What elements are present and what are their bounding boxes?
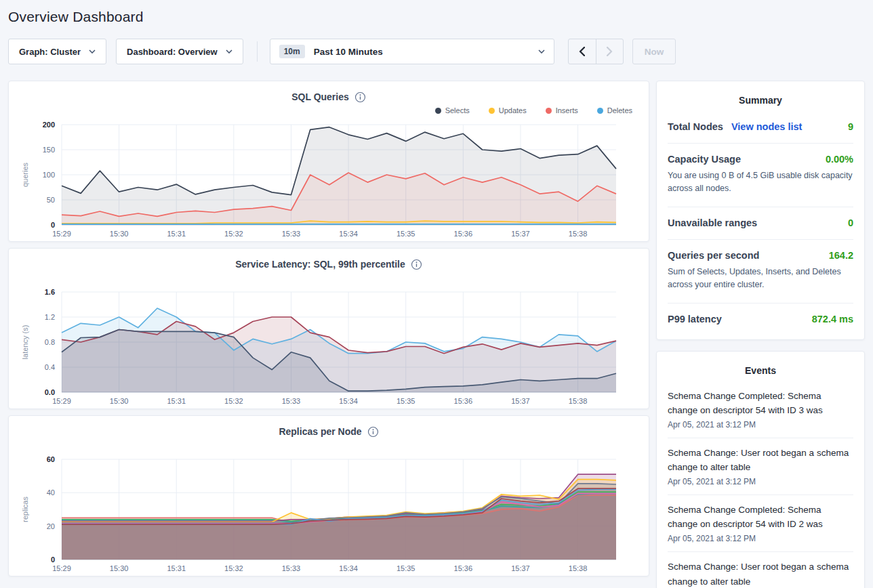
svg-text:0.8: 0.8 — [45, 338, 55, 346]
info-icon[interactable] — [354, 91, 366, 103]
toolbar: Graph: Cluster Dashboard: Overview 10m P… — [8, 39, 865, 64]
legend-label: Selects — [445, 106, 470, 114]
legend-dot — [489, 108, 495, 114]
info-icon[interactable] — [367, 426, 379, 438]
svg-text:15:32: 15:32 — [224, 397, 243, 405]
svg-text:replicas: replicas — [21, 497, 29, 522]
svg-text:15:38: 15:38 — [569, 564, 588, 572]
svg-text:200: 200 — [43, 121, 55, 129]
summary-value: 9 — [848, 121, 853, 132]
svg-text:15:34: 15:34 — [339, 564, 358, 572]
graph-dropdown-label: Graph: Cluster — [19, 47, 81, 57]
svg-text:15:37: 15:37 — [511, 564, 530, 572]
svg-text:15:33: 15:33 — [282, 230, 301, 238]
svg-text:1.6: 1.6 — [45, 288, 55, 296]
replicas-per-node-chart[interactable]: 020406015:2915:3015:3115:3215:3315:3415:… — [20, 451, 638, 587]
svg-text:1.2: 1.2 — [45, 313, 55, 321]
legend-label: Inserts — [556, 106, 578, 114]
time-range-label: Past 10 Minutes — [314, 47, 529, 57]
svg-text:150: 150 — [43, 146, 55, 154]
event-timestamp: Apr 05, 2021 at 3:12 PM — [668, 534, 853, 543]
dashboard-dropdown[interactable]: Dashboard: Overview — [116, 39, 243, 64]
event-timestamp: Apr 05, 2021 at 3:12 PM — [668, 477, 853, 486]
legend-item-selects: Selects — [435, 106, 470, 114]
chevron-down-icon — [226, 49, 232, 54]
summary-description: Sum of Selects, Updates, Inserts, and De… — [668, 266, 853, 292]
time-forward-button[interactable] — [596, 39, 623, 64]
chevron-right-icon — [607, 47, 613, 56]
chevron-down-icon — [89, 49, 96, 54]
legend-label: Deletes — [607, 106, 632, 114]
summary-label: Queries per second — [668, 250, 759, 261]
event-message[interactable]: Schema Change Completed: Schema change o… — [668, 389, 853, 418]
svg-text:15:30: 15:30 — [110, 564, 129, 572]
summary-label: Capacity Usage — [668, 154, 741, 165]
svg-text:15:31: 15:31 — [167, 230, 186, 238]
svg-text:20: 20 — [47, 522, 55, 530]
svg-text:100: 100 — [43, 171, 55, 179]
time-range-selector[interactable]: 10m Past 10 Minutes — [270, 39, 554, 64]
event-message[interactable]: Schema Change: User root began a schema … — [668, 560, 853, 588]
svg-text:latency (s): latency (s) — [21, 325, 29, 360]
summary-rows: Total NodesView nodes list9Capacity Usag… — [668, 111, 853, 335]
summary-row-top: P99 latency872.4 ms — [668, 314, 853, 324]
summary-value: 872.4 ms — [812, 314, 853, 324]
svg-text:15:35: 15:35 — [397, 564, 415, 572]
summary-description: You are using 0 B of 4.5 GiB usable disk… — [668, 169, 853, 196]
svg-text:15:33: 15:33 — [282, 397, 301, 405]
summary-title: Summary — [668, 92, 853, 111]
chart-header: Replicas per Node — [20, 424, 638, 439]
now-button[interactable]: Now — [632, 39, 676, 64]
svg-text:0.4: 0.4 — [45, 363, 55, 371]
charts-column: SQL Queries SelectsUpdatesInsertsDeletes… — [8, 81, 649, 576]
summary-value: 164.2 — [829, 250, 853, 261]
view-nodes-link[interactable]: View nodes list — [731, 121, 803, 132]
svg-text:60: 60 — [47, 455, 55, 463]
svg-text:0: 0 — [51, 555, 55, 564]
summary-row: Unavailable ranges0 — [668, 207, 853, 240]
legend-item-deletes: Deletes — [597, 106, 632, 114]
summary-row: P99 latency872.4 ms — [668, 303, 853, 335]
graph-dropdown[interactable]: Graph: Cluster — [8, 39, 106, 64]
legend-dot — [435, 108, 441, 114]
event-message[interactable]: Schema Change: User root began a schema … — [668, 446, 853, 475]
event-timestamp: Apr 05, 2021 at 3:12 PM — [668, 420, 853, 429]
svg-text:15:34: 15:34 — [339, 397, 358, 405]
events-panel: Events Schema Change Completed: Schema c… — [656, 351, 865, 588]
info-icon[interactable] — [411, 259, 422, 270]
summary-label: Unavailable ranges — [668, 217, 757, 228]
chart-panel-replicas-per-node: Replicas per Node 020406015:2915:3015:31… — [8, 415, 649, 576]
svg-text:15:38: 15:38 — [569, 397, 588, 405]
event-message[interactable]: Schema Change Completed: Schema change o… — [668, 503, 853, 532]
summary-label: P99 latency — [668, 314, 722, 324]
chart-panel-sql-queries: SQL Queries SelectsUpdatesInsertsDeletes… — [8, 81, 649, 242]
page-title: Overview Dashboard — [8, 9, 865, 25]
event-item: Schema Change Completed: Schema change o… — [668, 495, 853, 552]
time-back-button[interactable] — [569, 39, 596, 64]
svg-text:15:37: 15:37 — [511, 230, 530, 238]
chevron-left-icon — [579, 47, 585, 56]
overview-dashboard-page: Overview Dashboard Graph: Cluster Dashbo… — [0, 9, 873, 588]
summary-row-top: Unavailable ranges0 — [668, 217, 853, 228]
svg-text:15:32: 15:32 — [224, 230, 243, 238]
legend-dot — [546, 108, 552, 114]
svg-text:15:38: 15:38 — [569, 230, 588, 238]
dashboard-dropdown-label: Dashboard: Overview — [127, 47, 218, 57]
chart-header: SQL Queries — [20, 89, 638, 104]
summary-value: 0 — [848, 217, 853, 228]
toolbar-divider — [257, 41, 258, 62]
legend-label: Updates — [499, 106, 527, 114]
summary-row: Queries per second164.2Sum of Selects, U… — [668, 240, 853, 303]
svg-text:queries: queries — [21, 162, 29, 187]
svg-text:15:37: 15:37 — [511, 397, 530, 405]
time-step-group — [568, 39, 624, 64]
svg-text:15:33: 15:33 — [282, 564, 301, 572]
summary-row: Capacity Usage0.00%You are using 0 B of … — [668, 144, 853, 207]
chart-title: Replicas per Node — [279, 426, 361, 437]
sql-queries-chart[interactable]: 05010015020015:2915:3015:3115:3215:3315:… — [20, 117, 638, 252]
svg-text:15:29: 15:29 — [52, 230, 71, 238]
svg-text:15:34: 15:34 — [339, 230, 358, 238]
svg-text:0: 0 — [51, 221, 55, 229]
service-latency-chart[interactable]: 0.00.40.81.21.615:2915:3015:3115:3215:33… — [20, 284, 638, 419]
legend-item-inserts: Inserts — [546, 106, 578, 114]
